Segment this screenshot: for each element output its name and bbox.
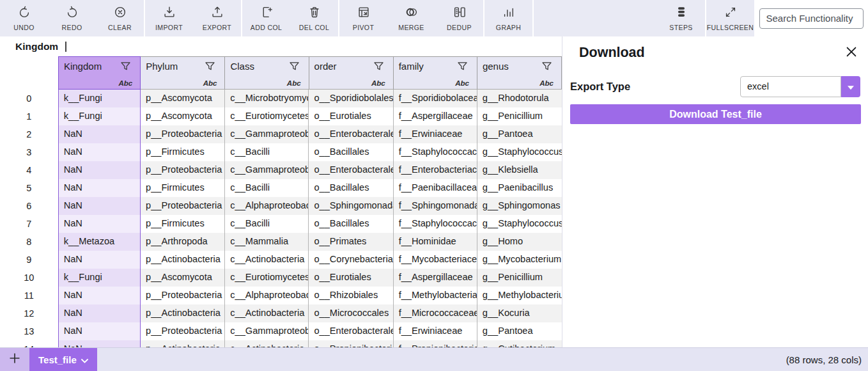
cell[interactable]: p__Proteobacteria — [141, 161, 225, 179]
cell[interactable]: NaN — [58, 161, 141, 179]
cell[interactable]: c__Alphaproteobacteria — [225, 197, 309, 215]
cell[interactable]: NaN — [58, 304, 141, 322]
dedup-button[interactable]: DEDUP — [435, 0, 483, 36]
column-header-order[interactable]: order Abc — [309, 56, 394, 90]
cell[interactable]: c__Bacilli — [225, 215, 309, 233]
cell[interactable]: f__Erwiniaceae — [394, 125, 477, 143]
cell[interactable]: k__Fungi — [58, 107, 141, 125]
cell[interactable]: NaN — [58, 215, 141, 233]
row-index[interactable]: 12 — [0, 304, 58, 322]
cell[interactable]: p__Firmicutes — [141, 143, 225, 161]
column-header-phylum[interactable]: Phylum Abc — [141, 56, 225, 90]
cell[interactable]: p__Arthropoda — [141, 233, 225, 251]
cell[interactable]: NaN — [58, 340, 141, 347]
cell[interactable]: c__Microbotryomycetes — [225, 90, 309, 107]
fullscreen-button[interactable]: FULLSCREEN — [706, 0, 754, 36]
cell[interactable]: k__Fungi — [58, 90, 141, 107]
cell[interactable]: f__Staphylococcaceae — [394, 143, 477, 161]
cell[interactable]: g__Pantoea — [477, 125, 562, 143]
clear-button[interactable]: CLEAR — [96, 0, 144, 36]
row-index[interactable]: 13 — [0, 322, 58, 340]
cell[interactable]: NaN — [58, 197, 141, 215]
redo-button[interactable]: REDO — [48, 0, 96, 36]
row-index[interactable]: 4 — [0, 161, 58, 179]
pivot-button[interactable]: PIVOT — [339, 0, 387, 36]
add-sheet-button[interactable] — [0, 348, 29, 371]
cell[interactable]: p__Actinobacteria — [141, 251, 225, 269]
filter-icon[interactable] — [120, 61, 131, 71]
cell[interactable]: f__Aspergillaceae — [394, 269, 477, 287]
export-button[interactable]: EXPORT — [193, 0, 241, 36]
cell[interactable]: f__Mycobacteriaceae — [394, 251, 477, 269]
cell[interactable]: c__Bacilli — [225, 143, 309, 161]
undo-button[interactable]: UNDO — [0, 0, 48, 36]
cell[interactable]: g__Mycobacterium — [477, 251, 562, 269]
export-type-select[interactable]: excel — [740, 76, 860, 97]
cell[interactable]: NaN — [58, 125, 141, 143]
row-index[interactable]: 11 — [0, 287, 58, 304]
cell[interactable]: c__Mammalia — [225, 233, 309, 251]
cell[interactable]: o__Bacillales — [309, 143, 393, 161]
cell[interactable]: f__Propionibacteriaceae — [394, 340, 477, 347]
import-button[interactable]: IMPORT — [145, 0, 193, 36]
cell[interactable]: p__Proteobacteria — [141, 322, 225, 340]
cell[interactable]: g__Staphylococcus — [477, 215, 562, 233]
cell[interactable]: o__Bacillales — [309, 215, 393, 233]
row-index[interactable]: 3 — [0, 143, 58, 161]
cell[interactable]: c__Gammaproteobacteria — [225, 322, 309, 340]
filter-icon[interactable] — [373, 61, 384, 71]
cell[interactable]: g__Penicillium — [477, 107, 562, 125]
cell[interactable]: c__Actinobacteria — [225, 251, 309, 269]
row-index[interactable]: 9 — [0, 251, 58, 269]
cell[interactable]: g__Klebsiella — [477, 161, 562, 179]
column-header-genus[interactable]: genus Abc — [477, 56, 562, 90]
cell[interactable]: p__Ascomycota — [141, 90, 225, 107]
cell[interactable]: p__Ascomycota — [141, 269, 225, 287]
cell[interactable]: k__Metazoa — [58, 233, 141, 251]
cell[interactable]: c__Actinobacteria — [225, 340, 309, 347]
cell[interactable]: o__Rhizobiales — [309, 287, 393, 304]
cell[interactable]: f__Paenibacillaceae — [394, 179, 477, 197]
cell[interactable]: f__Aspergillaceae — [394, 107, 477, 125]
cell[interactable]: o__Primates — [309, 233, 393, 251]
cell[interactable]: f__Sporidiobolaceae — [394, 90, 477, 107]
sheet-tab[interactable]: Test_file — [29, 348, 97, 371]
search-input[interactable] — [759, 8, 864, 29]
cell[interactable]: f__Methylobacteriaceae — [394, 287, 477, 304]
cell[interactable]: NaN — [58, 143, 141, 161]
cell[interactable]: p__Firmicutes — [141, 215, 225, 233]
row-index[interactable]: 0 — [0, 90, 58, 107]
filter-icon[interactable] — [457, 61, 468, 71]
cell[interactable]: f__Staphylococcaceae — [394, 215, 477, 233]
column-header-kingdom[interactable]: Kingdom Abc — [58, 56, 141, 90]
cell[interactable]: p__Actinobacteria — [141, 340, 225, 347]
del-col-button[interactable]: DEL COL — [290, 0, 338, 36]
cell[interactable]: g__Sphingomonas — [477, 197, 562, 215]
row-index[interactable]: 1 — [0, 107, 58, 125]
cell[interactable]: g__Staphylococcus — [477, 143, 562, 161]
cell[interactable]: o__Eurotiales — [309, 269, 393, 287]
cell[interactable]: NaN — [58, 287, 141, 304]
cell[interactable]: o__Sphingomonadales — [309, 197, 393, 215]
cell[interactable]: g__Penicillium — [477, 269, 562, 287]
cell[interactable]: o__Enterobacterales — [309, 161, 393, 179]
cell[interactable]: o__Propionibacteriales — [309, 340, 393, 347]
cell[interactable]: g__Pantoea — [477, 322, 562, 340]
cell[interactable]: g__Methylobacterium — [477, 287, 562, 304]
cell[interactable]: c__Alphaproteobacteria — [225, 287, 309, 304]
cell[interactable]: o__Bacillales — [309, 179, 393, 197]
row-index[interactable]: 8 — [0, 233, 58, 251]
cell[interactable]: g__Paenibacillus — [477, 179, 562, 197]
cell[interactable]: o__Sporidiobolales — [309, 90, 393, 107]
cell[interactable]: c__Gammaproteobacteria — [225, 161, 309, 179]
cell[interactable]: g__Kocuria — [477, 304, 562, 322]
cell[interactable]: f__Erwiniaceae — [394, 322, 477, 340]
cell[interactable]: f__Hominidae — [394, 233, 477, 251]
cell[interactable]: o__Eurotiales — [309, 107, 393, 125]
cell[interactable]: o__Enterobacterales — [309, 125, 393, 143]
cell[interactable]: NaN — [58, 251, 141, 269]
cell[interactable]: f__Enterobacteriaceae — [394, 161, 477, 179]
cell[interactable]: c__Eurotiomycetes — [225, 269, 309, 287]
row-index[interactable]: 5 — [0, 179, 58, 197]
graph-button[interactable]: GRAPH — [484, 0, 532, 36]
